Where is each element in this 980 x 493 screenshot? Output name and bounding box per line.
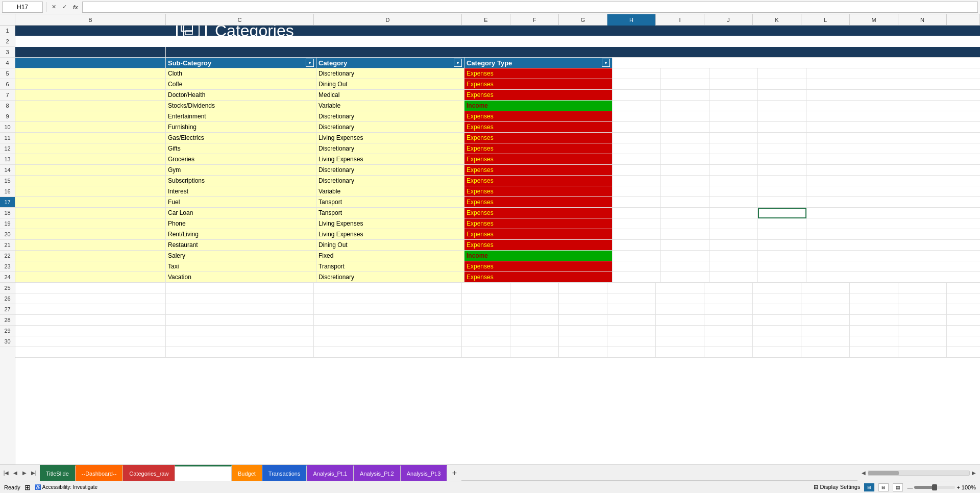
col-header-i[interactable]: I	[656, 14, 704, 26]
cell-sub-category[interactable]: Car Loan	[166, 208, 316, 218]
row-num-27[interactable]: 27	[0, 304, 15, 315]
accessibility-label[interactable]: ♿ Accessibility: Investigate	[35, 484, 97, 490]
row-num-5[interactable]: 5	[0, 68, 15, 79]
cell-category[interactable]: Discretionary	[316, 272, 464, 283]
row-num-15[interactable]: 15	[0, 176, 15, 186]
sheet-tab-budget[interactable]: Budget	[232, 465, 262, 481]
cell-sub-category[interactable]: Gas/Electrics	[166, 133, 316, 143]
cell-sub-category[interactable]: Taxi	[166, 261, 316, 272]
sheet-content[interactable]: ···CategoriesSub-Categroy▼Category▼Categ…	[15, 26, 980, 464]
row-num-22[interactable]: 22	[0, 251, 15, 261]
row-num-6[interactable]: 6	[0, 79, 15, 90]
cell-sub-category[interactable]: Gym	[166, 165, 316, 176]
cell-category[interactable]: Variable	[316, 101, 464, 111]
cell-sub-category[interactable]: Fuel	[166, 197, 316, 208]
cell-category-type[interactable]: Expenses	[464, 240, 612, 251]
row-num-13[interactable]: 13	[0, 154, 15, 165]
row-num-29[interactable]: 29	[0, 326, 15, 336]
normal-view-button[interactable]: ⊞	[864, 483, 874, 491]
zoom-slider[interactable]	[914, 486, 955, 489]
sheet-tab---dashboard--[interactable]: --Dashboard--	[76, 465, 123, 481]
row-num-24[interactable]: 24	[0, 272, 15, 283]
cell-sub-category[interactable]: Doctor/Health	[166, 90, 316, 101]
cell-category[interactable]: Living Expenses	[316, 229, 464, 240]
row-num-10[interactable]: 10	[0, 122, 15, 133]
function-icon[interactable]: fx	[71, 3, 80, 11]
cell-sub-category[interactable]: Furnishing	[166, 122, 316, 133]
cell-category-type[interactable]: Expenses	[464, 197, 612, 208]
tab-nav-last[interactable]: ▶|	[30, 469, 38, 477]
cell-category-type[interactable]: Expenses	[464, 261, 612, 272]
cell-category-type[interactable]: Expenses	[464, 79, 612, 90]
cell-sub-category[interactable]: Cloth	[166, 68, 316, 79]
col-header-g[interactable]: G	[559, 14, 607, 26]
category-type-dropdown[interactable]: ▼	[602, 59, 610, 67]
row-num-11[interactable]: 11	[0, 133, 15, 143]
cell-category[interactable]: Dining Out	[316, 240, 464, 251]
col-header-h[interactable]: H	[607, 14, 656, 26]
category-dropdown[interactable]: ▼	[454, 59, 462, 67]
row-num-17[interactable]: 17	[0, 197, 15, 208]
cell-category[interactable]: Discretionary	[316, 68, 464, 79]
cell-category[interactable]: Tansport	[316, 197, 464, 208]
cell-category-type[interactable]: Income	[464, 251, 612, 261]
cell-sub-category[interactable]: Groceries	[166, 154, 316, 165]
col-header-f[interactable]: F	[510, 14, 559, 26]
cell-category-type[interactable]: Expenses	[464, 272, 612, 283]
cell-category-type[interactable]: Expenses	[464, 208, 612, 218]
col-header-c[interactable]: C	[166, 14, 314, 26]
cell-category[interactable]: Living Expenses	[316, 133, 464, 143]
cell-sub-category[interactable]: Gifts	[166, 143, 316, 154]
cell-sub-category[interactable]: Coffe	[166, 79, 316, 90]
row-num-3[interactable]: 3	[0, 47, 15, 58]
col-header-m[interactable]: M	[850, 14, 898, 26]
cell-category[interactable]: Discretionary	[316, 143, 464, 154]
cell-sub-category[interactable]: Restaurant	[166, 240, 316, 251]
cell-category-type[interactable]: Expenses	[464, 186, 612, 197]
normal-view-icon[interactable]: ⊞	[24, 483, 31, 491]
row-num-14[interactable]: 14	[0, 165, 15, 176]
sheet-tab-analysis-pt-2[interactable]: Analysis_Pt.2	[354, 465, 401, 481]
row-num-8[interactable]: 8	[0, 101, 15, 111]
cell-category-type[interactable]: Expenses	[464, 122, 612, 133]
sheet-tab-titleslide[interactable]: TitleSlide	[40, 465, 76, 481]
row-num-23[interactable]: 23	[0, 261, 15, 272]
col-header-k[interactable]: K	[753, 14, 801, 26]
cell-category-type[interactable]: Expenses	[464, 111, 612, 122]
tab-scroll-left[interactable]: ◀	[862, 470, 866, 476]
zoom-out-button[interactable]: —	[907, 484, 913, 490]
row-num-9[interactable]: 9	[0, 111, 15, 122]
sub-category-dropdown[interactable]: ▼	[306, 59, 314, 67]
col-header-b[interactable]: B	[15, 14, 166, 26]
add-sheet-button[interactable]: +	[447, 465, 461, 481]
page-layout-button[interactable]: ▤	[893, 483, 903, 491]
cell-sub-category[interactable]: Rent/Living	[166, 229, 316, 240]
cell-category[interactable]: Discretionary	[316, 111, 464, 122]
cell-category[interactable]: Discretionary	[316, 165, 464, 176]
cell-category-type[interactable]: Expenses	[464, 143, 612, 154]
cell-category[interactable]: Variable	[316, 186, 464, 197]
cell-category-type[interactable]: Expenses	[464, 218, 612, 229]
row-num-19[interactable]: 19	[0, 218, 15, 229]
row-num-12[interactable]: 12	[0, 143, 15, 154]
cell-sub-category[interactable]: Vacation	[166, 272, 316, 283]
cell-category-type[interactable]: Expenses	[464, 154, 612, 165]
cell-sub-category[interactable]: Salery	[166, 251, 316, 261]
row-num-28[interactable]: 28	[0, 315, 15, 326]
sheet-tab-transactions[interactable]: Transactions	[262, 465, 307, 481]
tab-nav-next[interactable]: ▶	[20, 469, 29, 477]
col-header-n[interactable]: N	[898, 14, 947, 26]
cell-sub-category[interactable]: Stocks/Dividends	[166, 101, 316, 111]
col-header-d[interactable]: D	[314, 14, 462, 26]
cell-category-type[interactable]: Expenses	[464, 165, 612, 176]
tab-scroll-right[interactable]: ▶	[972, 470, 976, 476]
sheet-tab-categories-raw[interactable]: Categories_raw	[123, 465, 175, 481]
sheet-tab-analysis-pt-3[interactable]: Analysis_Pt.3	[401, 465, 448, 481]
cell-category-type[interactable]: Expenses	[464, 90, 612, 101]
sheet-tab-categories-table[interactable]: Categories_Table	[175, 465, 232, 481]
col-header-l[interactable]: L	[801, 14, 850, 26]
cell-category-type[interactable]: Expenses	[464, 133, 612, 143]
row-num-21[interactable]: 21	[0, 240, 15, 251]
row-num-7[interactable]: 7	[0, 90, 15, 101]
display-settings-label[interactable]: ⊞ Display Settings	[814, 484, 860, 490]
